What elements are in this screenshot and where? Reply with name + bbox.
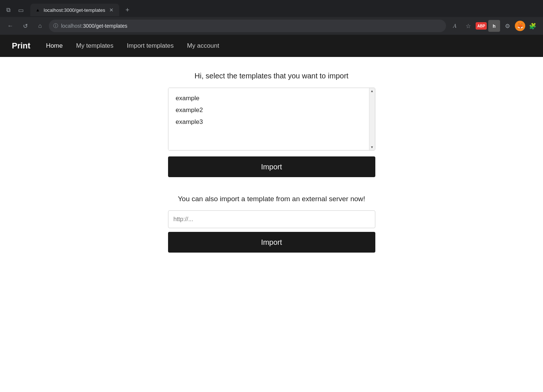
new-tab-button[interactable]: + — [122, 5, 133, 15]
list-item[interactable]: example — [168, 92, 375, 104]
url-input[interactable] — [168, 210, 375, 228]
address-text: localhost:3000/get-templates — [61, 23, 127, 29]
toolbar-icons: 𝐴 ☆ ABP h ⚙ 🦊 🧩 — [449, 20, 539, 32]
settings-icon[interactable]: ⚙ — [502, 20, 513, 32]
read-aloud-icon[interactable]: 𝐴 — [449, 20, 461, 32]
reload-button[interactable]: ↺ — [19, 20, 31, 32]
external-import-section: You can also import a template from an e… — [168, 195, 375, 253]
address-protocol: localhost: — [61, 23, 83, 29]
back-button[interactable]: ← — [4, 20, 16, 32]
nav-bar: ← ↺ ⌂ ⓘ localhost:3000/get-templates 𝐴 ☆… — [0, 17, 543, 35]
scroll-up-arrow[interactable]: ▲ — [369, 88, 375, 94]
active-tab[interactable]: ▲ localhost:3000/get-templates ✕ — [30, 4, 119, 16]
nav-link-my-account[interactable]: My account — [180, 35, 226, 57]
browser-chrome: ⧉ ▭ ▲ localhost:3000/get-templates ✕ + ←… — [0, 0, 543, 35]
scroll-down-arrow[interactable]: ▼ — [369, 144, 375, 150]
app-brand[interactable]: Print — [12, 41, 30, 51]
sidebar-icon[interactable]: ▭ — [17, 6, 24, 14]
scrollbar[interactable]: ▲ ▼ — [369, 88, 375, 150]
import-button[interactable]: Import — [168, 156, 375, 177]
template-list: example example2 example3 — [168, 88, 375, 132]
tab-bar: ⧉ ▭ ▲ localhost:3000/get-templates ✕ + — [0, 0, 543, 17]
template-select-section: Hi, select the templates that you want t… — [168, 72, 375, 177]
address-bar[interactable]: ⓘ localhost:3000/get-templates — [49, 20, 446, 32]
hypothesis-icon[interactable]: h — [488, 20, 500, 32]
tab-bar-icons: ⧉ ▭ — [4, 6, 24, 14]
home-button[interactable]: ⌂ — [34, 20, 46, 32]
app-nav: Print Home My templates Import templates… — [0, 35, 543, 57]
page-content: Hi, select the templates that you want t… — [0, 57, 543, 353]
tab-title: localhost:3000/get-templates — [44, 7, 105, 13]
select-section-title: Hi, select the templates that you want t… — [195, 72, 349, 80]
tab-close-button[interactable]: ✕ — [108, 7, 115, 13]
tab-groups-icon[interactable]: ⧉ — [4, 6, 12, 14]
favorites-icon[interactable]: ☆ — [462, 20, 474, 32]
list-item[interactable]: example2 — [168, 104, 375, 116]
address-info-icon: ⓘ — [53, 23, 58, 29]
abp-badge[interactable]: ABP — [476, 22, 487, 30]
list-item[interactable]: example3 — [168, 116, 375, 128]
external-section-title: You can also import a template from an e… — [178, 195, 365, 203]
nav-link-home[interactable]: Home — [39, 35, 69, 57]
nav-link-my-templates[interactable]: My templates — [69, 35, 120, 57]
import-external-button[interactable]: Import — [168, 232, 375, 253]
extensions-icon[interactable]: 🧩 — [527, 20, 539, 32]
nav-link-import-templates[interactable]: Import templates — [120, 35, 181, 57]
template-listbox[interactable]: example example2 example3 ▲ ▼ — [168, 88, 375, 151]
tab-favicon: ▲ — [35, 7, 41, 13]
metamask-icon[interactable]: 🦊 — [515, 21, 525, 31]
